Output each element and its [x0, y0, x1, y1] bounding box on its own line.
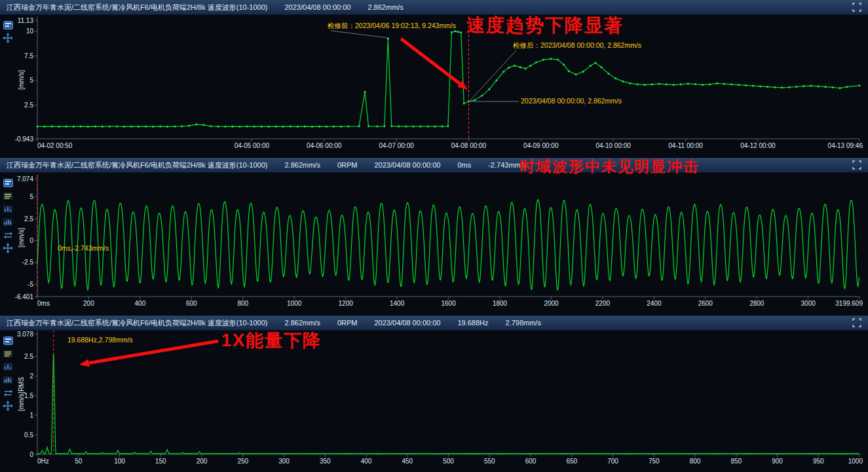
svg-text:700: 700	[607, 458, 618, 465]
pan-icon[interactable]	[2, 33, 14, 43]
svg-text:1: 1	[29, 412, 33, 419]
timestamp-field: 2023/04/08 00:00:00	[374, 319, 440, 327]
svg-text:1000: 1000	[848, 458, 863, 465]
svg-text:200: 200	[197, 458, 208, 465]
svg-text:04-10 00:00: 04-10 00:00	[596, 142, 632, 149]
svg-text:0ms,-2.743mm/s: 0ms,-2.743mm/s	[58, 244, 109, 252]
cursor-amplitude-field: 2.798mm/s	[506, 319, 541, 327]
svg-text:04-11 00:00: 04-11 00:00	[668, 142, 703, 149]
svg-text:04-06 00:00: 04-06 00:00	[307, 142, 342, 149]
trend-red-annotation: 速度趋势下降显著	[466, 16, 624, 35]
waveform-red-annotation: 时域波形中未见明显冲击	[519, 158, 700, 174]
overall-velocity-field: 2.862mm/s	[368, 3, 403, 11]
svg-text:200: 200	[83, 300, 94, 307]
svg-text:04-12 00:00: 04-12 00:00	[740, 142, 776, 149]
svg-text:0: 0	[29, 237, 33, 244]
cursor-frequency-field: 19.688Hz	[457, 319, 488, 327]
trend-panel: 江西瑞金万年青水泥/二线窑系统/篦冷风机F6/电机负荷端2H/8k 速度波形(1…	[0, 0, 868, 158]
svg-text:1200: 1200	[339, 300, 354, 307]
peak-list-icon[interactable]	[2, 349, 14, 358]
rpm-field: 0RPM	[337, 319, 358, 327]
svg-text:0ms: 0ms	[37, 300, 50, 307]
waveform-panel-header: 江西瑞金万年青水泥/二线窑系统/篦冷风机F6/电机负荷端2H/8k 速度波形(1…	[0, 158, 868, 173]
expand-icon[interactable]	[852, 160, 861, 170]
rpm-field: 0RPM	[337, 161, 358, 169]
sideband-cursor-icon[interactable]	[2, 375, 14, 384]
svg-text:7.5: 7.5	[24, 52, 33, 60]
svg-text:0.5: 0.5	[24, 431, 33, 439]
window-icon[interactable]	[2, 20, 14, 29]
window-icon[interactable]	[2, 178, 14, 187]
svg-text:500: 500	[443, 458, 454, 465]
svg-text:04-05 00:00: 04-05 00:00	[235, 142, 270, 149]
sideband-cursor-icon[interactable]	[2, 217, 14, 227]
svg-text:3.078: 3.078	[17, 331, 33, 338]
svg-text:3000: 3000	[801, 300, 816, 307]
timestamp-field: 2023/04/08 00:00:00	[374, 161, 440, 169]
svg-text:50: 50	[75, 458, 83, 465]
harmonic-cursor-icon[interactable]	[2, 204, 14, 213]
pan-icon[interactable]	[2, 244, 14, 253]
svg-text:950: 950	[813, 458, 824, 465]
svg-text:04-09 00:00: 04-09 00:00	[523, 142, 559, 149]
svg-text:1000: 1000	[287, 300, 302, 307]
waveform-toolbar	[1, 178, 14, 253]
svg-text:1600: 1600	[441, 300, 456, 307]
svg-text:11.13: 11.13	[18, 17, 34, 24]
svg-text:100: 100	[114, 458, 125, 465]
svg-text:1400: 1400	[390, 300, 405, 307]
spectrum-red-annotation: 1X能量下降	[221, 331, 322, 350]
svg-text:-5: -5	[28, 281, 33, 288]
harmonic-cursor-icon[interactable]	[2, 362, 14, 371]
peak-list-icon[interactable]	[2, 191, 14, 200]
spectrum-chart[interactable]: [mm/s]RMS3.0782.521.510.500Hz50100150200…	[0, 331, 868, 472]
overall-velocity-field: 2.862mm/s	[285, 161, 320, 169]
svg-text:300: 300	[278, 458, 290, 465]
svg-text:2.5: 2.5	[24, 353, 33, 360]
svg-text:350: 350	[320, 458, 331, 465]
waveform-panel: 江西瑞金万年青水泥/二线窑系统/篦冷风机F6/电机负荷端2H/8k 速度波形(1…	[0, 158, 868, 316]
spectrum-toolbar	[1, 336, 14, 410]
expand-icon[interactable]	[852, 3, 861, 12]
measurement-point-path: 江西瑞金万年青水泥/二线窑系统/篦冷风机F6/电机负荷端2H/8k 速度波形(1…	[7, 318, 268, 328]
unit-toggle-icon[interactable]	[2, 230, 14, 240]
timestamp-field: 2023/04/08 00:00:00	[285, 3, 351, 11]
measurement-point-path: 江西瑞金万年青水泥/二线窑系统/篦冷风机F6/电机负荷端2H/8k 速度波形(1…	[7, 3, 268, 12]
svg-text:250: 250	[237, 458, 248, 465]
svg-text:150: 150	[155, 458, 166, 465]
svg-text:04-07 00:00: 04-07 00:00	[379, 142, 414, 149]
svg-text:-0.943: -0.943	[15, 136, 34, 143]
svg-text:750: 750	[649, 458, 660, 465]
svg-text:600: 600	[525, 458, 537, 465]
svg-text:0: 0	[29, 451, 33, 458]
svg-text:10: 10	[26, 27, 34, 35]
svg-text:-2.5: -2.5	[22, 259, 34, 266]
svg-text:2000: 2000	[544, 300, 559, 307]
svg-text:检修后：2023/04/08 00:00:00, 2.862: 检修后：2023/04/08 00:00:00, 2.862mm/s	[513, 41, 641, 49]
svg-text:2800: 2800	[749, 300, 764, 307]
trend-chart-region: [mm/s]11.13107.552.5-0.94304-02 00:5004-…	[0, 15, 868, 157]
svg-text:2: 2	[29, 372, 33, 380]
svg-text:2400: 2400	[647, 300, 662, 307]
trend-chart[interactable]: [mm/s]11.13107.552.5-0.94304-02 00:5004-…	[0, 15, 868, 157]
expand-icon[interactable]	[852, 318, 861, 327]
svg-text:3199.609: 3199.609	[835, 300, 863, 307]
svg-text:04-13 09:46: 04-13 09:46	[828, 142, 863, 149]
vibration-analysis-workspace: 江西瑞金万年青水泥/二线窑系统/篦冷风机F6/电机负荷端2H/8k 速度波形(1…	[0, 0, 868, 472]
svg-text:1800: 1800	[493, 300, 508, 307]
svg-text:400: 400	[361, 458, 372, 465]
window-icon[interactable]	[2, 336, 14, 345]
svg-text:[mm/s]: [mm/s]	[18, 228, 25, 247]
svg-text:19.688Hz,2.798mm/s: 19.688Hz,2.798mm/s	[67, 336, 133, 344]
svg-text:600: 600	[186, 300, 197, 307]
svg-text:2200: 2200	[595, 300, 611, 307]
pan-icon[interactable]	[2, 401, 14, 410]
unit-toggle-icon[interactable]	[2, 388, 14, 397]
svg-text:550: 550	[484, 458, 495, 465]
overall-velocity-field: 2.862mm/s	[285, 319, 320, 327]
waveform-chart[interactable]: [mm/s]7.07452.50-2.5-5-6.4010ms200400600…	[0, 173, 868, 315]
trend-panel-header: 江西瑞金万年青水泥/二线窑系统/篦冷风机F6/电机负荷端2H/8k 速度波形(1…	[0, 0, 868, 15]
svg-text:450: 450	[402, 458, 413, 465]
svg-text:[mm/s]: [mm/s]	[18, 70, 25, 90]
svg-text:0Hz: 0Hz	[37, 458, 49, 465]
